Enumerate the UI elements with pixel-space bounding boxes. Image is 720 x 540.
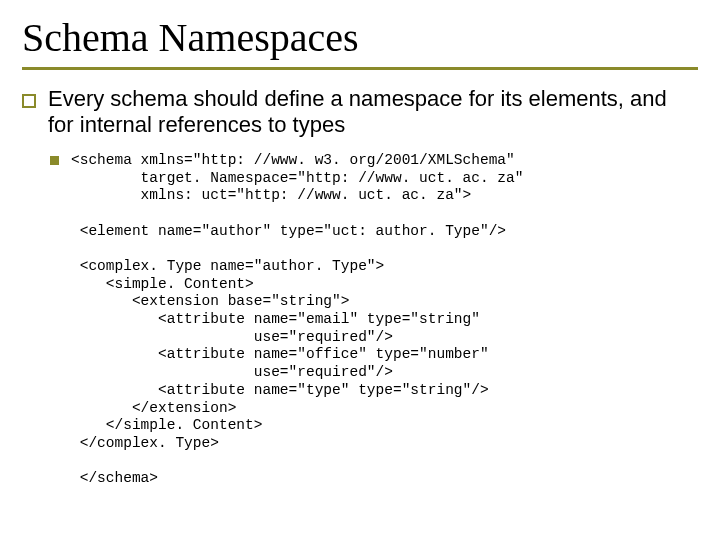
body-text: Every schema should define a namespace f… [48, 86, 698, 138]
code-block: <schema xmlns="http: //www. w3. org/2001… [71, 152, 523, 488]
slide: Schema Namespaces Every schema should de… [0, 0, 720, 488]
bullet-hollow-icon [22, 94, 36, 108]
page-title: Schema Namespaces [22, 14, 698, 61]
bullet-row: Every schema should define a namespace f… [22, 86, 698, 138]
bullet-solid-icon [50, 156, 59, 165]
title-underline [22, 67, 698, 70]
sub-bullet-row: <schema xmlns="http: //www. w3. org/2001… [50, 152, 698, 488]
